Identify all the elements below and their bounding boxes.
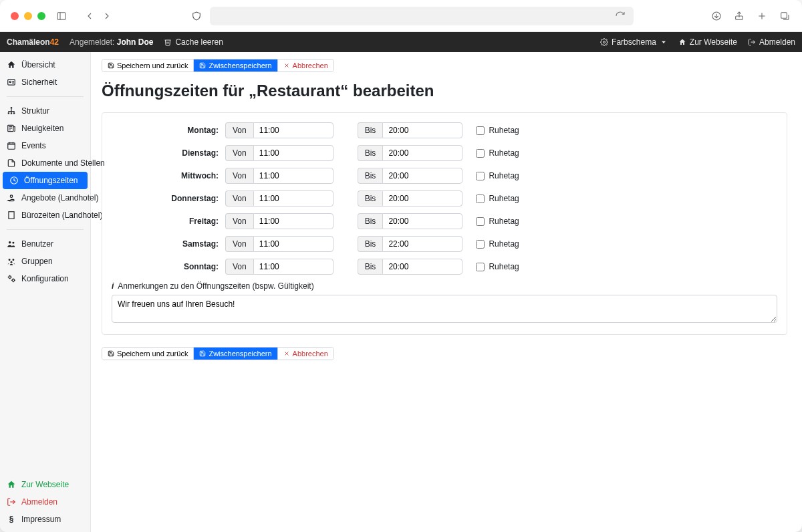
newspaper-icon <box>7 124 16 133</box>
svg-rect-7 <box>781 12 787 18</box>
sidebar-item-security[interactable]: Sicherheit <box>0 74 90 91</box>
nav-forward-icon[interactable] <box>100 9 114 23</box>
save-back-button[interactable]: Speichern und zurück <box>102 348 194 360</box>
tabs-overview-icon[interactable] <box>778 9 791 23</box>
restday-checkbox[interactable] <box>476 172 485 180</box>
svg-point-37 <box>12 259 14 261</box>
sidebar-item-to-website[interactable]: Zur Webseite <box>0 476 90 493</box>
save-icon <box>199 350 206 357</box>
to-time-input[interactable] <box>382 168 462 184</box>
from-time-input[interactable] <box>253 213 333 229</box>
downloads-icon[interactable] <box>710 9 723 23</box>
sidebar-item-config[interactable]: Konfiguration <box>0 270 90 287</box>
sidebar-item-events[interactable]: Events <box>0 137 90 154</box>
cogs-icon <box>7 274 16 283</box>
from-time-input[interactable] <box>253 259 333 275</box>
clear-cache-link[interactable]: Cache leeren <box>164 37 223 47</box>
from-time-input[interactable] <box>253 122 333 138</box>
section-sign-icon: § <box>7 515 16 524</box>
from-addon: Von <box>225 168 253 184</box>
window-zoom-icon[interactable] <box>37 12 45 20</box>
nav-back-icon[interactable] <box>83 9 96 23</box>
clock-icon <box>9 176 19 185</box>
cancel-button[interactable]: Abbrechen <box>278 348 333 360</box>
restday-checkbox[interactable] <box>476 240 485 249</box>
restday-checkbox[interactable] <box>476 217 485 226</box>
sidebar-item-logout[interactable]: Abmelden <box>0 493 90 511</box>
brand-name: Chamäleon <box>7 37 50 47</box>
restday-checkbox[interactable] <box>476 194 485 203</box>
to-time-input[interactable] <box>382 145 462 161</box>
sidebar-item-overview[interactable]: Übersicht <box>0 56 90 74</box>
restday-checkbox-wrap[interactable]: Ruhetag <box>476 194 519 203</box>
svg-point-35 <box>12 242 14 244</box>
day-row: Sonntag: Von Bis Ruhetag <box>112 259 777 275</box>
restday-checkbox-wrap[interactable]: Ruhetag <box>476 217 519 226</box>
new-tab-icon[interactable] <box>755 9 769 23</box>
color-scheme-link[interactable]: Farbschema <box>600 37 668 47</box>
sidebar-toggle-icon[interactable] <box>55 9 68 23</box>
restday-checkbox[interactable] <box>476 149 485 158</box>
day-label: Freitag: <box>112 217 219 226</box>
page-title: Öffnungszeiten für „Restaurant“ bearbeit… <box>102 82 787 100</box>
save-back-button[interactable]: Speichern und zurück <box>102 59 194 72</box>
logout-link[interactable]: Abmelden <box>748 37 795 47</box>
sidebar-divider <box>7 96 84 97</box>
from-time-input[interactable] <box>253 190 333 207</box>
window-controls <box>11 12 45 20</box>
restday-checkbox[interactable] <box>476 126 485 135</box>
to-website-link[interactable]: Zur Webseite <box>678 37 737 47</box>
restday-label: Ruhetag <box>489 217 519 226</box>
svg-rect-16 <box>13 112 15 114</box>
sidebar-item-news[interactable]: Neuigkeiten <box>0 120 90 137</box>
sidebar-item-offers[interactable]: Angebote (Landhotel) <box>0 189 90 207</box>
to-time-input[interactable] <box>382 259 462 275</box>
reload-icon[interactable] <box>614 9 627 23</box>
from-time-input[interactable] <box>253 168 333 184</box>
url-bar[interactable] <box>210 7 634 25</box>
from-time-input[interactable] <box>253 145 333 161</box>
sidebar-item-users[interactable]: Benutzer <box>0 235 90 253</box>
restday-checkbox-wrap[interactable]: Ruhetag <box>476 148 519 158</box>
day-row: Freitag: Von Bis Ruhetag <box>112 213 777 229</box>
close-icon <box>283 62 290 69</box>
sidebar-item-structure[interactable]: Struktur <box>0 102 90 120</box>
to-time-input[interactable] <box>382 236 462 252</box>
brand: Chamäleon42 <box>7 37 59 47</box>
from-time-input[interactable] <box>253 236 333 252</box>
from-addon: Von <box>225 190 253 207</box>
restday-checkbox-wrap[interactable]: Ruhetag <box>476 262 519 271</box>
to-time-input[interactable] <box>382 190 462 207</box>
share-icon[interactable] <box>732 9 746 23</box>
save-intermediate-button[interactable]: Zwischenspeichern <box>194 348 277 360</box>
from-addon: Von <box>225 213 253 229</box>
cancel-button[interactable]: Abbrechen <box>278 59 333 72</box>
document-icon <box>7 158 16 168</box>
to-time-input[interactable] <box>382 213 462 229</box>
svg-point-34 <box>9 241 11 244</box>
home-icon <box>678 38 686 46</box>
window-minimize-icon[interactable] <box>24 12 32 20</box>
day-label: Donnerstag: <box>112 194 219 203</box>
svg-rect-21 <box>8 143 15 149</box>
sidebar-item-opening-hours[interactable]: Öffnungszeiten <box>3 172 88 189</box>
info-icon: i <box>112 281 114 291</box>
day-row: Montag: Von Bis Ruhetag <box>112 122 777 138</box>
from-addon: Von <box>225 122 253 138</box>
save-intermediate-button[interactable]: Zwischenspeichern <box>194 59 277 72</box>
save-icon <box>199 62 206 69</box>
window-close-icon[interactable] <box>11 12 19 20</box>
restday-checkbox-wrap[interactable]: Ruhetag <box>476 171 519 180</box>
restday-checkbox[interactable] <box>476 263 485 271</box>
sidebar-item-office-hours[interactable]: Bürozeiten (Landhotel) <box>0 207 90 224</box>
notes-textarea[interactable] <box>112 295 777 323</box>
sidebar-item-documents[interactable]: Dokumente und Stellen <box>0 154 90 172</box>
privacy-shield-icon[interactable] <box>190 9 203 23</box>
restday-label: Ruhetag <box>489 262 519 271</box>
to-time-input[interactable] <box>382 122 462 138</box>
day-label: Sonntag: <box>112 262 219 271</box>
restday-checkbox-wrap[interactable]: Ruhetag <box>476 126 519 135</box>
sidebar-item-groups[interactable]: Gruppen <box>0 253 90 270</box>
sidebar-item-imprint[interactable]: §Impressum <box>0 511 90 528</box>
restday-checkbox-wrap[interactable]: Ruhetag <box>476 239 519 249</box>
